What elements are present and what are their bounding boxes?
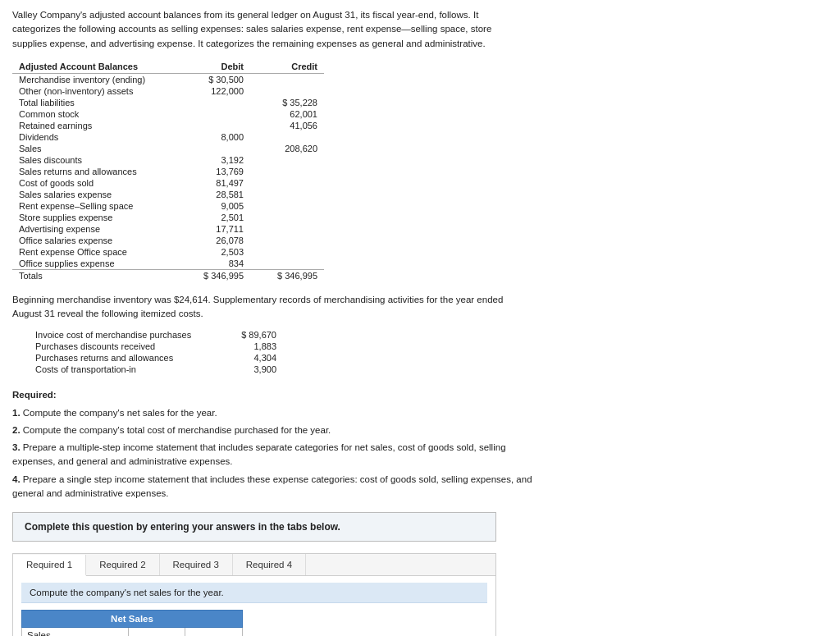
table-row: Total liabilities $ 35,228: [12, 97, 324, 108]
row-input-sales-1[interactable]: [128, 628, 185, 637]
tab-required-2[interactable]: Required 2: [86, 554, 159, 575]
table-row: Office supplies expense 834: [12, 258, 324, 270]
account-balances-table: Adjusted Account Balances Debit Credit M…: [12, 61, 324, 281]
tab-required-1[interactable]: Required 1: [13, 555, 86, 576]
table-row: Sales discounts 3,192: [12, 154, 324, 166]
required-item-1: 1. Compute the company's net sales for t…: [12, 406, 537, 420]
required-item-2: 2. Compute the company's total cost of m…: [12, 423, 537, 437]
table-row: Merchandise inventory (ending) $ 30,500: [12, 73, 324, 85]
tab-required-4[interactable]: Required 4: [233, 554, 306, 575]
required-item-4: 4. Prepare a single step income statemen…: [12, 473, 537, 501]
table-row: Rent expense Office space 2,503: [12, 246, 324, 258]
supplementary-text: Beginning merchandise inventory was $24,…: [12, 293, 504, 322]
net-sales-header: Net Sales: [22, 611, 243, 628]
required-item-3: 3. Prepare a multiple-step income statem…: [12, 441, 537, 469]
table-row: Costs of transportation-in 3,900: [29, 364, 283, 375]
col-header-debit: Debit: [176, 61, 250, 74]
table-row: Rent expense–Selling space 9,005: [12, 200, 324, 212]
tabs-bar: Required 1 Required 2 Required 3 Require…: [13, 554, 495, 576]
table-row: Purchases discounts received 1,883: [29, 341, 283, 352]
net-sales-row-sales: Sales: [22, 628, 243, 637]
input-sales-1[interactable]: [134, 630, 180, 636]
table-row: Sales 208,620: [12, 143, 324, 154]
col-header-credit: Credit: [250, 61, 324, 74]
input-sales-2[interactable]: [190, 630, 237, 636]
supplementary-table: Invoice cost of merchandise purchases $ …: [29, 329, 283, 375]
tab-required-3[interactable]: Required 3: [160, 554, 233, 575]
table-row: Common stock 62,001: [12, 108, 324, 120]
table-row: Purchases returns and allowances 4,304: [29, 352, 283, 364]
table-row: Office salaries expense 26,078: [12, 235, 324, 246]
net-sales-table: Net Sales Sales Net sales: [21, 610, 243, 636]
row-label-sales: Sales: [22, 628, 129, 637]
tab-description: Compute the company's net sales for the …: [21, 583, 487, 603]
intro-text: Valley Company's adjusted account balanc…: [12, 8, 504, 51]
table-row: Dividends 8,000: [12, 131, 324, 143]
table-row: Cost of goods sold 81,497: [12, 177, 324, 189]
table-row: Invoice cost of merchandise purchases $ …: [29, 329, 283, 341]
table-row: Sales salaries expense 28,581: [12, 189, 324, 200]
tab-content: Compute the company's net sales for the …: [13, 576, 495, 636]
required-title: Required:: [12, 388, 537, 402]
required-section: Required: 1. Compute the company's net s…: [12, 388, 537, 501]
table-row: Other (non-inventory) assets 122,000: [12, 85, 324, 97]
complete-box: Complete this question by entering your …: [12, 512, 496, 542]
col-header-label: Adjusted Account Balances: [12, 61, 176, 74]
table-row: Sales returns and allowances 13,769: [12, 166, 324, 177]
row-input-sales-2[interactable]: [185, 628, 243, 637]
table-row: Retained earnings 41,056: [12, 120, 324, 131]
totals-row: Totals $ 346,995 $ 346,995: [12, 269, 324, 281]
table-row: Advertising expense 17,711: [12, 223, 324, 235]
table-row: Store supplies expense 2,501: [12, 212, 324, 223]
tabs-container: Required 1 Required 2 Required 3 Require…: [12, 553, 496, 636]
